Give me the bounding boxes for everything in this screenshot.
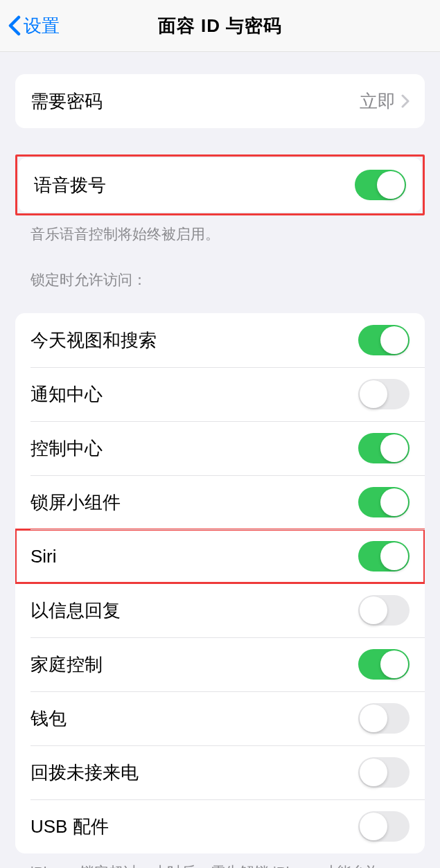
row-locked-item[interactable]: 钱包 xyxy=(15,691,425,745)
toggle-locked-item[interactable] xyxy=(358,379,410,409)
row-require-passcode[interactable]: 需要密码 立即 xyxy=(15,74,425,128)
row-locked-item[interactable]: Siri xyxy=(15,529,425,583)
voice-dial-footer: 音乐语音控制将始终被启用。 xyxy=(15,215,425,244)
chevron-right-icon xyxy=(401,94,410,108)
row-label: 家庭控制 xyxy=(30,653,358,677)
back-label: 设置 xyxy=(24,14,60,38)
toggle-locked-item[interactable] xyxy=(358,487,410,517)
row-locked-item[interactable]: 以信息回复 xyxy=(15,583,425,637)
toggle-locked-item[interactable] xyxy=(358,325,410,355)
row-locked-item[interactable]: 通知中心 xyxy=(15,367,425,421)
row-locked-item[interactable]: 家庭控制 xyxy=(15,637,425,691)
back-button[interactable]: 设置 xyxy=(8,14,60,38)
toggle-locked-item[interactable] xyxy=(358,595,410,626)
row-voice-dial[interactable]: 语音拨号 xyxy=(19,158,421,212)
toggle-locked-item[interactable] xyxy=(358,433,410,463)
highlight-voice-dial: 语音拨号 xyxy=(15,154,425,215)
row-label: 今天视图和搜索 xyxy=(30,328,358,353)
toggle-locked-item[interactable] xyxy=(358,541,410,572)
row-label: 通知中心 xyxy=(30,382,358,407)
row-value: 立即 xyxy=(360,89,396,114)
row-label: 锁屏小组件 xyxy=(30,490,358,515)
row-label: Siri xyxy=(30,546,358,567)
toggle-locked-item[interactable] xyxy=(358,811,410,842)
page-title: 面容 ID 与密码 xyxy=(0,14,440,38)
chevron-left-icon xyxy=(8,16,21,35)
row-locked-item[interactable]: 控制中心 xyxy=(15,421,425,475)
toggle-locked-item[interactable] xyxy=(358,757,410,788)
row-locked-item[interactable]: 锁屏小组件 xyxy=(15,475,425,529)
row-label: 钱包 xyxy=(30,707,358,731)
nav-header: 设置 面容 ID 与密码 xyxy=(0,0,440,52)
group-require-passcode: 需要密码 立即 xyxy=(15,74,425,128)
row-locked-item[interactable]: 今天视图和搜索 xyxy=(15,313,425,367)
toggle-voice-dial[interactable] xyxy=(355,170,406,200)
toggle-locked-item[interactable] xyxy=(358,649,410,680)
row-label: 控制中心 xyxy=(30,436,358,461)
row-locked-item[interactable]: USB 配件 xyxy=(15,799,425,853)
group-locked-access: 今天视图和搜索通知中心控制中心锁屏小组件Siri以信息回复家庭控制钱包回拨未接来… xyxy=(15,313,425,853)
row-label: 以信息回复 xyxy=(30,599,358,623)
group-voice-dial: 语音拨号 xyxy=(19,158,421,212)
locked-access-footer: iPhone 锁定超过一小时后，需先解锁 iPhone 才能允许 USB 配件连… xyxy=(15,853,425,868)
row-label: 需要密码 xyxy=(30,89,360,114)
row-label: USB 配件 xyxy=(30,815,358,839)
toggle-locked-item[interactable] xyxy=(358,703,410,734)
row-locked-item[interactable]: 回拨未接来电 xyxy=(15,745,425,799)
locked-access-header: 锁定时允许访问： xyxy=(15,244,425,296)
row-label: 语音拨号 xyxy=(34,173,355,197)
row-label: 回拨未接来电 xyxy=(30,761,358,785)
